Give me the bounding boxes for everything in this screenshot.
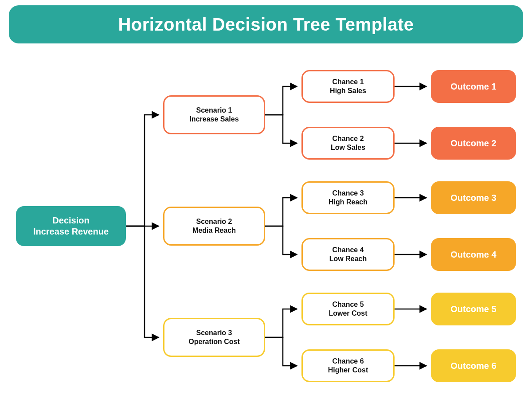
scenario-2-line2: Media Reach [192, 226, 236, 235]
outcome-6: Outcome 6 [431, 349, 516, 382]
chance-2-line2: Low Sales [331, 143, 365, 152]
decision-line2: Increase Revenue [33, 226, 109, 237]
outcome-4-label: Outcome 4 [450, 249, 496, 260]
outcome-3: Outcome 3 [431, 181, 516, 214]
outcome-5: Outcome 5 [431, 293, 516, 325]
chance-2: Chance 2 Low Sales [301, 127, 395, 160]
scenario-2-line1: Scenario 2 [196, 217, 232, 226]
chance-1-line1: Chance 1 [332, 78, 364, 86]
chance-4-line1: Chance 4 [332, 246, 364, 254]
scenario-1: Scenario 1 Increase Sales [163, 95, 265, 134]
scenario-3-line2: Operation Cost [188, 337, 240, 346]
outcome-6-label: Outcome 6 [450, 360, 496, 372]
chance-6: Chance 6 Higher Cost [301, 349, 395, 382]
scenario-1-line2: Increase Sales [189, 115, 239, 124]
outcome-1: Outcome 1 [431, 70, 516, 103]
chance-2-line1: Chance 2 [332, 134, 364, 143]
chance-3: Chance 3 High Reach [301, 181, 395, 214]
chance-1: Chance 1 High Sales [301, 70, 395, 103]
outcome-5-label: Outcome 5 [450, 304, 496, 315]
chance-4: Chance 4 Low Reach [301, 238, 395, 271]
chance-5-line2: Lower Cost [329, 309, 367, 318]
outcome-2: Outcome 2 [431, 127, 516, 160]
scenario-3: Scenario 3 Operation Cost [163, 318, 265, 357]
scenario-1-line1: Scenario 1 [196, 106, 232, 115]
outcome-1-label: Outcome 1 [450, 81, 496, 92]
outcome-4: Outcome 4 [431, 238, 516, 271]
chance-4-line2: Low Reach [329, 254, 367, 263]
decision-node: Decision Increase Revenue [16, 206, 126, 246]
decision-line1: Decision [52, 215, 89, 226]
chance-6-line1: Chance 6 [332, 357, 364, 366]
chance-5-line1: Chance 5 [332, 300, 364, 309]
chance-3-line2: High Reach [329, 198, 368, 207]
chance-5: Chance 5 Lower Cost [301, 293, 395, 325]
outcome-2-label: Outcome 2 [450, 138, 496, 149]
title-bar: Horizontal Decision Tree Template [9, 5, 523, 43]
outcome-3-label: Outcome 3 [450, 192, 496, 203]
page-title: Horizontal Decision Tree Template [118, 15, 414, 35]
chance-6-line2: Higher Cost [328, 366, 368, 375]
scenario-3-line1: Scenario 3 [196, 329, 232, 337]
chance-1-line2: High Sales [330, 86, 366, 95]
scenario-2: Scenario 2 Media Reach [163, 207, 265, 246]
chance-3-line1: Chance 3 [332, 189, 364, 198]
